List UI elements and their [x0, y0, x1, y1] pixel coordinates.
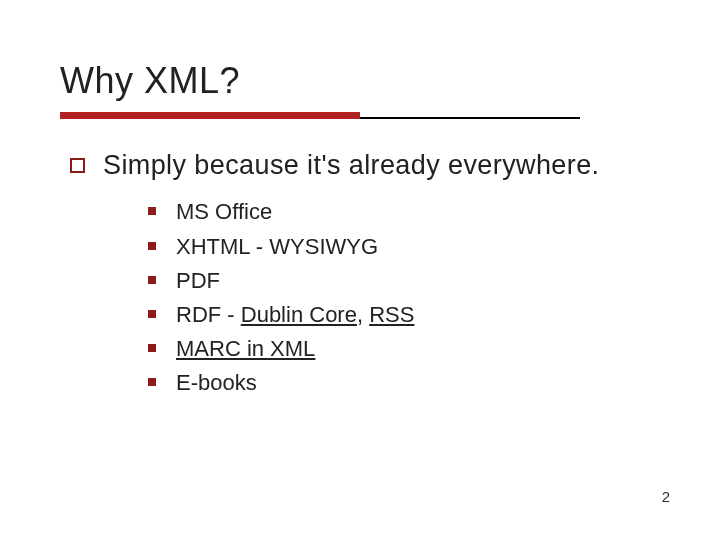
hyperlink[interactable]: RSS [369, 302, 414, 327]
main-bullet-row: Simply because it's already everywhere. [70, 147, 660, 183]
list-item: MS Office [148, 195, 660, 229]
page-number: 2 [662, 488, 670, 505]
slide-body: Simply because it's already everywhere. … [60, 147, 660, 400]
sub-bullet-text: MS Office [176, 195, 272, 229]
slide-title: Why XML? [60, 60, 660, 102]
filled-square-icon [148, 344, 156, 352]
filled-square-icon [148, 207, 156, 215]
title-rule [60, 112, 580, 119]
filled-square-icon [148, 310, 156, 318]
list-item: MARC in XML [148, 332, 660, 366]
list-item: PDF [148, 264, 660, 298]
slide: Why XML? Simply because it's already eve… [0, 0, 720, 540]
rule-red-bar [60, 112, 360, 119]
list-item: E-books [148, 366, 660, 400]
main-bullet-text: Simply because it's already everywhere. [103, 147, 599, 183]
sub-bullet-list: MS Office XHTML - WYSIWYG PDF RDF - Dubl… [70, 195, 660, 400]
hollow-square-icon [70, 158, 85, 173]
sub-bullet-text: RDF - Dublin Core, RSS [176, 298, 414, 332]
sub-bullet-text: XHTML - WYSIWYG [176, 230, 378, 264]
sub-bullet-text: PDF [176, 264, 220, 298]
hyperlink[interactable]: MARC in XML [176, 336, 315, 361]
sub-bullet-text: MARC in XML [176, 332, 315, 366]
filled-square-icon [148, 242, 156, 250]
list-item: RDF - Dublin Core, RSS [148, 298, 660, 332]
sub-bullet-text: E-books [176, 366, 257, 400]
hyperlink[interactable]: Dublin Core [241, 302, 357, 327]
filled-square-icon [148, 378, 156, 386]
filled-square-icon [148, 276, 156, 284]
list-item: XHTML - WYSIWYG [148, 230, 660, 264]
